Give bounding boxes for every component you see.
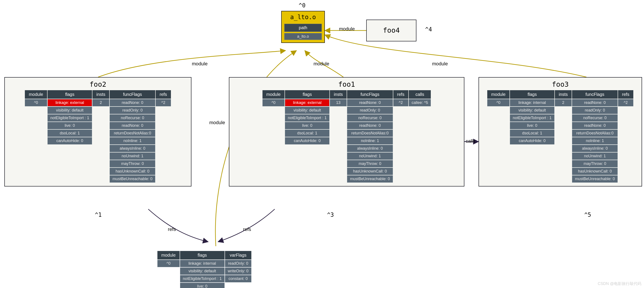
cell: readNone: 0 — [110, 99, 155, 106]
cell: ^2 — [393, 99, 408, 106]
cell: noRecurse: 0 — [347, 114, 393, 122]
hdr: insts — [330, 90, 347, 99]
cell: mustBeUnreachable: 0 — [110, 175, 155, 183]
watermark: CSDN @电影旅行敲代码 — [598, 281, 642, 286]
cell: readNone: 0 — [572, 99, 618, 106]
hdr: insts — [555, 90, 572, 99]
hdr: funcFlags — [110, 90, 155, 99]
cell: dsoLocal: 1 — [48, 130, 92, 137]
edge-calls: calls — [466, 138, 475, 144]
hdr: module — [487, 90, 510, 99]
cell: readNone: 0 — [347, 99, 393, 106]
node-foo2: foo2 module flags insts funcFlags refs ^… — [4, 77, 192, 187]
cell: noUnwind: 1 — [347, 153, 393, 160]
hdr: refs — [618, 90, 633, 99]
foo2-table: module flags insts funcFlags refs ^0 lin… — [24, 90, 171, 183]
cell: mayThrow: 0 — [110, 160, 155, 167]
foo1-table: module flags insts funcFlags refs calls … — [262, 90, 432, 183]
edge-refs-foo2: refs — [168, 227, 176, 232]
var-table: module flags varFlags ^0 linkage: intern… — [157, 251, 252, 288]
cell: readOnly: 0 — [347, 107, 393, 114]
cell: 2 — [555, 99, 572, 106]
hdr: module — [262, 90, 285, 99]
foo1-title: foo1 — [229, 77, 464, 90]
cell: linkage: external — [48, 99, 92, 106]
cell: noInline: 1 — [347, 137, 393, 144]
cell: readNone: 0 — [572, 122, 618, 129]
edge-module-foo2: module — [192, 61, 208, 67]
node-a-lto-title: a_lto.o — [282, 11, 324, 22]
path-label: path — [284, 24, 322, 32]
edge-module-var: module — [209, 120, 225, 125]
cell: alwaysInline: 0 — [347, 145, 393, 152]
cell: notEligibleToImport : 1 — [180, 275, 224, 282]
hdr: funcFlags — [572, 90, 618, 99]
hdr: varFlags — [225, 251, 251, 260]
hdr: calls — [409, 90, 431, 99]
cell: ^0 — [158, 260, 180, 267]
node0-id-label: ^0 — [299, 2, 306, 9]
cell: noRecurse: 0 — [572, 114, 618, 122]
node-foo1: foo1 module flags insts funcFlags refs c… — [229, 77, 464, 187]
cell: visibility: default — [180, 268, 224, 275]
cell: notEligibleToImport : 1 — [510, 114, 554, 122]
cell: noRecurse: 0 — [110, 114, 155, 122]
cell: alwaysInline: 0 — [572, 145, 618, 152]
cell: 2 — [92, 99, 109, 106]
cell: linkage: external — [285, 99, 330, 106]
edge-module-foo4: module — [339, 26, 355, 32]
cell: readNone: 0 — [347, 122, 393, 129]
cell: readNone: 0 — [110, 122, 155, 129]
node-foo3: foo3 module flags insts funcFlags refs ^… — [478, 77, 642, 187]
cell: noUnwind: 1 — [110, 153, 155, 160]
cell: returnDoesNotAlias:0 — [572, 130, 618, 137]
hdr: flags — [510, 90, 554, 99]
cell: live: 0 — [510, 122, 554, 129]
path-value: a_lto.o — [284, 33, 322, 40]
cell: readOnly: 0 — [110, 107, 155, 114]
foo3-title: foo3 — [479, 77, 642, 90]
hdr: funcFlags — [347, 90, 393, 99]
cell: alwaysInline: 0 — [110, 145, 155, 152]
foo2-id: ^1 — [95, 212, 102, 218]
cell: mustBeUnreachable: 0 — [572, 175, 618, 183]
cell: readOnly: 0 — [572, 107, 618, 114]
cell: notEligibleToImport : 1 — [285, 114, 330, 122]
foo4-title: foo4 — [367, 20, 416, 36]
cell: visibility: default — [510, 107, 554, 114]
foo3-id: ^5 — [584, 212, 591, 218]
foo2-title: foo2 — [5, 77, 191, 90]
cell: ^0 — [262, 99, 285, 106]
node-foo4: foo4 — [366, 19, 416, 41]
cell: returnDoesNotAlias:0 — [110, 130, 155, 137]
cell: hasUnknownCall: 0 — [347, 168, 393, 175]
cell: mustBeUnreachable: 0 — [347, 175, 393, 183]
foo3-table: module flags insts funcFlags refs ^0 lin… — [487, 90, 634, 183]
cell: linkage: internal — [180, 260, 224, 267]
foo1-id: ^3 — [327, 212, 334, 218]
cell: readOnly: 0 — [225, 260, 251, 267]
cell: canAutoHide: 0 — [48, 137, 92, 144]
cell: visibility: default — [48, 107, 92, 114]
hdr: module — [158, 251, 180, 260]
cell: constant: 0 — [225, 275, 251, 282]
cell: ^2 — [156, 99, 171, 106]
cell: dsoLocal: 1 — [285, 130, 330, 137]
cell: dsoLocal: 1 — [510, 130, 554, 137]
cell: hasUnknownCall: 0 — [110, 168, 155, 175]
node-a-lto: a_lto.o path a_lto.o — [281, 11, 325, 43]
cell: callee: ^5 — [409, 99, 431, 106]
cell: ^2 — [618, 99, 633, 106]
cell: live: 0 — [180, 283, 224, 288]
edge-module-foo1: module — [314, 61, 329, 67]
hdr: refs — [393, 90, 408, 99]
cell: ^0 — [487, 99, 510, 106]
cell: hasUnknownCall: 0 — [572, 168, 618, 175]
edge-refs-foo1: refs — [243, 227, 251, 232]
cell: visibility: default — [285, 107, 330, 114]
hdr: flags — [48, 90, 92, 99]
cell: returnDoesNotAlias:0 — [347, 130, 393, 137]
cell: mayThrow: 0 — [347, 160, 393, 167]
cell: mayThrow: 0 — [572, 160, 618, 167]
cell: writeOnly: 0 — [225, 268, 251, 275]
